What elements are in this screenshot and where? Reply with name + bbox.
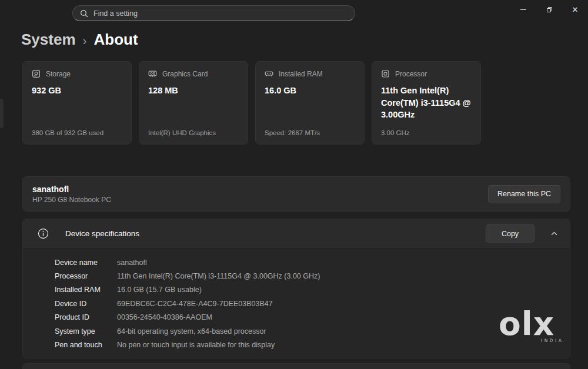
section-title: Device specifications [65, 229, 139, 238]
search-icon [80, 9, 88, 18]
maximize-restore-button[interactable] [536, 0, 562, 19]
left-scroll-indicator [0, 99, 4, 128]
spec-value: sanathofl [117, 259, 147, 267]
minimize-icon [520, 9, 526, 10]
card-graphics: Graphics Card 128 MB Intel(R) UHD Graphi… [139, 61, 248, 145]
spec-label: Device ID [55, 300, 117, 308]
minimize-button[interactable] [510, 0, 536, 19]
search-box[interactable] [72, 5, 355, 21]
collapse-toggle[interactable] [545, 225, 563, 243]
spec-label: Pen and touch [55, 341, 117, 349]
info-icon [38, 228, 49, 239]
spec-cards-row: Storage 932 GB 380 GB of 932 GB used [22, 61, 481, 145]
spec-row: Device ID 69EDBC6C-C2C4-478E-A4C9-7DEE03… [55, 297, 570, 310]
card-ram: Installed RAM 16.0 GB Speed: 2667 MT/s [255, 61, 365, 145]
card-label: Installed RAM [279, 70, 323, 78]
spec-label: Processor [55, 272, 117, 280]
chevron-right-icon: › [83, 32, 87, 48]
device-specifications-body: Device name sanathofl Processor 11th Gen… [23, 249, 570, 352]
breadcrumb-system[interactable]: System [21, 31, 76, 49]
storage-icon [32, 69, 41, 78]
card-label: Graphics Card [162, 70, 208, 78]
card-value: 932 GB [32, 85, 122, 97]
cpu-icon [381, 69, 390, 78]
card-caption: 380 GB of 932 GB used [32, 129, 122, 136]
card-value: 11th Gen Intel(R) Core(TM) i3-1115G4 @ 3… [381, 85, 472, 121]
spec-row: Processor 11th Gen Intel(R) Core(TM) i3-… [55, 269, 570, 283]
device-specifications-section: Device specifications Copy Device name s… [22, 219, 570, 358]
card-value: 128 MB [148, 85, 239, 97]
spec-value: 11th Gen Intel(R) Core(TM) i3-1115G4 @ 3… [117, 272, 320, 280]
restore-icon [547, 7, 552, 12]
spec-label: System type [55, 327, 117, 336]
spec-value: 16.0 GB (15.7 GB usable) [117, 286, 202, 294]
pc-name-row: sanathofl HP 250 G8 Notebook PC Rename t… [22, 176, 570, 212]
titlebar[interactable]: ✕ [0, 0, 588, 26]
copy-button[interactable]: Copy [486, 224, 534, 243]
spec-value: 64-bit operating system, x64-based proce… [117, 327, 266, 336]
card-processor: Processor 11th Gen Intel(R) Core(TM) i3-… [372, 61, 481, 145]
next-section-card[interactable] [22, 363, 570, 369]
close-button[interactable]: ✕ [562, 0, 588, 19]
card-label: Storage [46, 70, 71, 78]
spec-value: 69EDBC6C-C2C4-478E-A4C9-7DEE03B03B47 [117, 300, 273, 308]
card-caption: Speed: 2667 MT/s [265, 129, 355, 136]
chevron-up-icon [550, 230, 558, 237]
settings-window: ✕ System › About Storage 932 GB [0, 0, 588, 369]
spec-label: Device name [55, 259, 117, 267]
spec-row: Installed RAM 16.0 GB (15.7 GB usable) [55, 283, 570, 297]
device-name: sanathofl [32, 184, 111, 194]
page-title: About [94, 31, 138, 49]
card-caption: Intel(R) UHD Graphics [148, 129, 239, 136]
gpu-icon [148, 69, 157, 78]
spec-label: Installed RAM [55, 286, 117, 294]
close-icon: ✕ [572, 6, 579, 14]
spec-row: Product ID 00356-24540-40386-AAOEM [55, 311, 570, 324]
spec-label: Product ID [55, 313, 117, 321]
card-value: 16.0 GB [265, 85, 355, 97]
device-model: HP 250 G8 Notebook PC [32, 196, 111, 204]
search-input[interactable] [93, 9, 348, 18]
spec-value: 00356-24540-40386-AAOEM [117, 313, 212, 321]
rename-pc-button[interactable]: Rename this PC [488, 185, 560, 203]
window-controls: ✕ [510, 0, 588, 19]
spec-value: No pen or touch input is available for t… [117, 341, 275, 349]
card-label: Processor [395, 70, 427, 78]
spec-row: System type 64-bit operating system, x64… [55, 324, 570, 338]
card-storage: Storage 932 GB 380 GB of 932 GB used [22, 61, 132, 145]
device-specifications-header[interactable]: Device specifications Copy [23, 219, 570, 249]
spec-row: Pen and touch No pen or touch input is a… [55, 338, 570, 351]
card-caption: 3.00 GHz [381, 129, 472, 136]
breadcrumb: System › About [21, 31, 138, 49]
spec-row: Device name sanathofl [55, 256, 570, 269]
ram-icon [265, 69, 273, 78]
